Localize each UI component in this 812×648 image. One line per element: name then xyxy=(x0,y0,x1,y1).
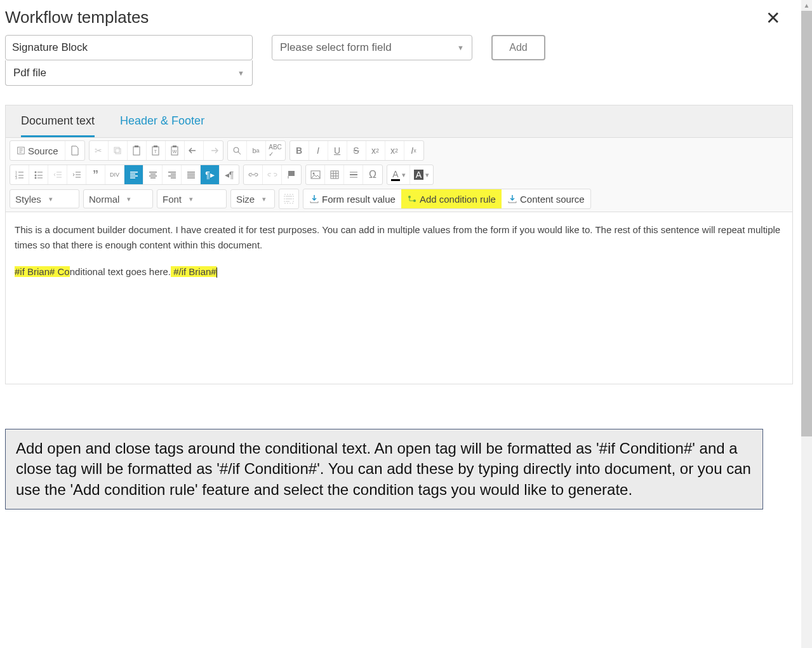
editor-panel: Document text Header & Footer Source ✂ xyxy=(5,105,793,384)
subscript-icon[interactable]: x2 xyxy=(366,141,385,160)
svg-rect-21 xyxy=(331,171,338,179)
anchor-icon[interactable] xyxy=(282,165,301,184)
form-result-value-button[interactable]: Form result value xyxy=(303,189,401,208)
format-select[interactable]: Normal▾ xyxy=(83,189,153,208)
editor-content-area[interactable]: This is a document builder document. I h… xyxy=(6,212,792,384)
align-justify-icon[interactable] xyxy=(182,165,201,184)
italic-icon[interactable]: I xyxy=(309,141,328,160)
new-page-icon[interactable] xyxy=(65,141,84,160)
ltr-icon[interactable]: ¶▸ xyxy=(201,165,220,184)
paste-text-icon[interactable]: T xyxy=(147,141,166,160)
instruction-callout: Add open and close tags around the condi… xyxy=(5,429,763,510)
chevron-down-icon: ▼ xyxy=(237,69,244,77)
source-button[interactable]: Source xyxy=(10,141,65,160)
condition-mid-text: nditional text goes here. xyxy=(70,266,171,277)
special-char-icon[interactable]: Ω xyxy=(363,165,382,184)
form-field-select[interactable]: Please select form field ▼ xyxy=(272,35,472,60)
replace-icon[interactable]: ba xyxy=(247,141,266,160)
form-field-placeholder: Please select form field xyxy=(280,41,392,54)
page-title: Workflow templates xyxy=(5,8,149,27)
content-source-button[interactable]: Content source xyxy=(502,189,590,208)
svg-point-16 xyxy=(34,175,36,177)
align-left-icon[interactable] xyxy=(124,165,143,184)
rtl-icon[interactable]: ◂¶ xyxy=(220,165,239,184)
add-button[interactable]: Add xyxy=(491,35,545,60)
condition-close-tag: #/if Brian# xyxy=(171,266,216,277)
size-select[interactable]: Size▾ xyxy=(230,189,275,208)
file-type-select[interactable]: Pdf file ▼ xyxy=(5,60,253,86)
superscript-icon[interactable]: x2 xyxy=(385,141,404,160)
scrollbar-track[interactable]: ▲ xyxy=(801,0,812,648)
numbered-list-icon[interactable]: 123 xyxy=(10,165,29,184)
redo-icon[interactable] xyxy=(204,141,223,160)
bg-color-icon[interactable]: A▾ xyxy=(410,165,433,184)
svg-rect-1 xyxy=(114,147,119,152)
styles-select[interactable]: Styles▾ xyxy=(10,189,79,208)
strike-icon[interactable]: S xyxy=(347,141,366,160)
align-right-icon[interactable] xyxy=(163,165,182,184)
div-icon[interactable]: DIV xyxy=(105,165,124,184)
add-condition-rule-button[interactable]: Add condition rule xyxy=(401,189,502,208)
spellcheck-icon[interactable]: ABC✓ xyxy=(266,141,285,160)
align-center-icon[interactable] xyxy=(143,165,163,184)
svg-rect-2 xyxy=(116,149,121,154)
bullet-list-icon[interactable] xyxy=(29,165,48,184)
svg-rect-9 xyxy=(173,145,176,147)
copy-icon[interactable] xyxy=(109,141,128,160)
blockquote-icon[interactable]: ” xyxy=(86,165,105,184)
chevron-down-icon: ▼ xyxy=(457,44,464,51)
conditional-line: #if Brian# Conditional text goes here. #… xyxy=(15,264,783,280)
body-paragraph: This is a document builder document. I h… xyxy=(15,222,783,253)
underline-icon[interactable]: U xyxy=(328,141,347,160)
cut-icon[interactable]: ✂ xyxy=(90,141,109,160)
svg-point-11 xyxy=(234,147,239,152)
unlink-icon[interactable] xyxy=(263,165,282,184)
scrollbar-up-arrow[interactable]: ▲ xyxy=(801,0,812,11)
file-type-label: Pdf file xyxy=(13,67,46,79)
table-icon[interactable] xyxy=(325,165,344,184)
hr-icon[interactable] xyxy=(344,165,363,184)
font-select[interactable]: Font▾ xyxy=(157,189,227,208)
condition-open-tag: #if Brian# Co xyxy=(15,266,70,277)
svg-text:W: W xyxy=(173,149,177,154)
paste-word-icon[interactable]: W xyxy=(166,141,185,160)
find-icon[interactable] xyxy=(228,141,247,160)
svg-point-17 xyxy=(34,177,36,179)
scrollbar-thumb[interactable] xyxy=(801,11,812,436)
indent-icon[interactable] xyxy=(67,165,86,184)
editor-toolbar: Source ✂ T W xyxy=(6,138,792,212)
svg-point-23 xyxy=(408,196,411,198)
undo-icon[interactable] xyxy=(185,141,204,160)
link-icon[interactable] xyxy=(244,165,263,184)
svg-point-20 xyxy=(312,173,314,175)
outdent-icon[interactable] xyxy=(48,165,67,184)
svg-text:T: T xyxy=(154,149,157,154)
svg-point-15 xyxy=(34,172,36,173)
tab-document-text[interactable]: Document text xyxy=(21,114,95,137)
show-blocks-icon[interactable] xyxy=(279,189,298,208)
bold-icon[interactable]: B xyxy=(290,141,309,160)
svg-rect-18 xyxy=(288,171,295,176)
text-color-icon[interactable]: A▾ xyxy=(387,165,410,184)
remove-format-icon[interactable]: Ix xyxy=(404,141,423,160)
svg-rect-3 xyxy=(133,147,140,155)
image-icon[interactable] xyxy=(306,165,325,184)
svg-rect-4 xyxy=(135,145,138,147)
text-cursor xyxy=(216,267,218,278)
close-icon[interactable]: ✕ xyxy=(766,8,787,29)
tab-header-footer[interactable]: Header & Footer xyxy=(120,114,204,137)
svg-rect-6 xyxy=(154,145,157,147)
svg-text:3: 3 xyxy=(15,176,17,179)
template-name-input[interactable] xyxy=(5,35,253,60)
paste-icon[interactable] xyxy=(128,141,147,160)
